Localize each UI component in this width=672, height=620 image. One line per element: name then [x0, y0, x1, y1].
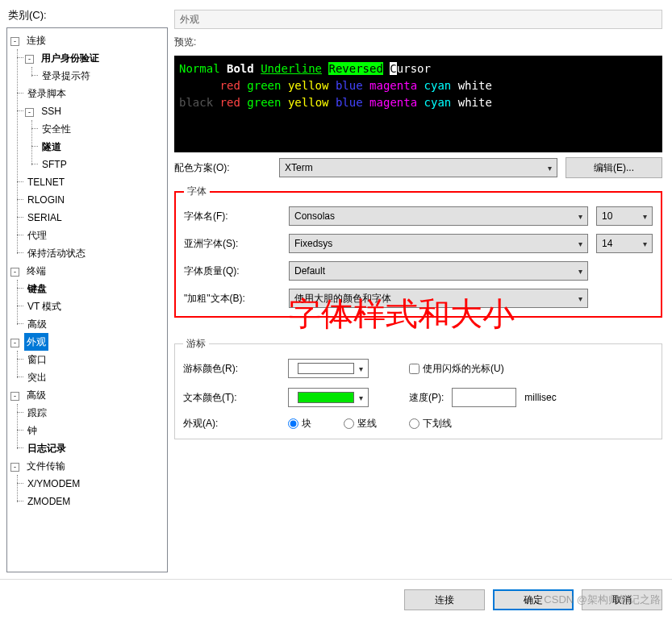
- chevron-down-icon: ▾: [578, 212, 582, 221]
- shape-block-label: 块: [302, 417, 311, 431]
- boldtext-label: "加粗"文本(B):: [184, 292, 281, 306]
- asianfontsize-combo[interactable]: 14 ▾: [596, 234, 653, 253]
- tree-item-sftp[interactable]: SFTP: [40, 156, 69, 173]
- chevron-down-icon: ▾: [548, 164, 552, 173]
- tree-item-filetransfer[interactable]: 文件传输: [24, 457, 68, 475]
- scheme-combo[interactable]: XTerm ▾: [279, 158, 557, 177]
- tree-toggle-userauth[interactable]: -: [25, 55, 34, 64]
- tree-item-telnet[interactable]: TELNET: [25, 173, 67, 191]
- fontname-label: 字体名(F):: [184, 210, 281, 223]
- preview-bold: Bold: [227, 62, 254, 75]
- preview-cursor-c: C: [390, 62, 396, 75]
- tree-item-logging[interactable]: 日志记录: [25, 439, 69, 457]
- tree-item-bell[interactable]: 钟: [25, 422, 40, 439]
- preview-l3-blue: blue: [336, 96, 363, 109]
- tree-item-vtmode[interactable]: VT 模式: [25, 298, 64, 315]
- fontsize-combo[interactable]: 10 ▾: [596, 206, 653, 226]
- cancel-button[interactable]: 取消: [582, 589, 662, 610]
- tree-item-xymodem[interactable]: X/YMODEM: [25, 475, 82, 493]
- tree-item-window[interactable]: 窗口: [25, 351, 49, 368]
- tree-item-trace[interactable]: 跟踪: [25, 404, 49, 422]
- tree-item-highlight[interactable]: 突出: [25, 368, 49, 386]
- tree-item-security[interactable]: 安全性: [40, 120, 73, 138]
- chevron-down-icon: ▾: [359, 393, 363, 402]
- preview-l2-white: white: [458, 79, 492, 92]
- preview-l2-yellow: yellow: [288, 79, 329, 92]
- preview-l3-yellow: yellow: [288, 96, 329, 109]
- tree-toggle-terminal[interactable]: -: [10, 268, 19, 277]
- preview-l2-cyan: cyan: [424, 79, 452, 92]
- tree-item-rlogin[interactable]: RLOGIN: [25, 191, 67, 209]
- blink-checkbox[interactable]: 使用闪烁的光标(U): [409, 362, 504, 376]
- preview-l2-red: red: [220, 79, 240, 92]
- boldtext-combo[interactable]: 使用大胆的颜色和字体 ▾: [289, 289, 588, 308]
- tree-item-connection[interactable]: 连接: [24, 31, 48, 49]
- preview-l2-blue: blue: [336, 79, 363, 92]
- fontname-combo[interactable]: Consolas ▾: [289, 206, 588, 226]
- chevron-down-icon: ▾: [578, 267, 582, 276]
- tree-toggle-connection[interactable]: -: [10, 37, 19, 46]
- shape-underline-input[interactable]: [409, 418, 419, 429]
- preview-underline: Underline: [261, 62, 322, 75]
- preview-l3-white: white: [458, 96, 492, 109]
- footer: 连接 确定 取消 CSDN @架构师笔记之路: [0, 579, 672, 620]
- cursor-group: 游标 游标颜色(R): ▾ 使用闪烁的光标(U): [174, 337, 662, 439]
- edit-scheme-button[interactable]: 编辑(E)...: [566, 157, 662, 178]
- textcolor-picker[interactable]: ▾: [288, 388, 369, 407]
- chevron-down-icon: ▾: [643, 239, 647, 248]
- shape-block-radio[interactable]: 块: [288, 417, 311, 431]
- speed-unit: millisec: [524, 392, 556, 403]
- cursorcolor-picker[interactable]: ▾: [288, 359, 369, 378]
- cursorcolor-label: 游标颜色(R):: [183, 362, 280, 376]
- tree-item-advanced[interactable]: 高级: [25, 315, 49, 333]
- preview-l3-cyan: cyan: [424, 96, 452, 109]
- asianfont-combo[interactable]: Fixedsys ▾: [289, 234, 588, 253]
- shape-vertical-input[interactable]: [344, 418, 354, 429]
- preview-l3-green: green: [247, 96, 281, 109]
- tree-item-keepalive[interactable]: 保持活动状态: [25, 244, 88, 262]
- tree-item-terminal[interactable]: 终端: [24, 262, 48, 280]
- category-tree[interactable]: - 连接 - 用户身份验证 登录提示符 登录脚本: [6, 27, 168, 572]
- shape-label: 外观(A):: [183, 417, 280, 431]
- tree-toggle-ssh[interactable]: -: [25, 108, 34, 117]
- chevron-down-icon: ▾: [359, 364, 363, 373]
- asianfontsize-value: 14: [602, 238, 612, 249]
- tree-item-tunnel[interactable]: 隧道: [40, 138, 64, 156]
- fontsize-value: 10: [602, 210, 612, 222]
- preview-normal: Normal: [179, 62, 220, 75]
- section-header-input[interactable]: [174, 10, 662, 29]
- speed-label: 速度(P):: [409, 391, 444, 405]
- chevron-down-icon: ▾: [578, 294, 582, 303]
- tree-item-zmodem[interactable]: ZMODEM: [25, 493, 73, 510]
- ok-button[interactable]: 确定: [493, 589, 574, 610]
- asianfont-value: Fixedsys: [294, 238, 332, 249]
- tree-item-login-prompt[interactable]: 登录提示符: [40, 67, 93, 85]
- connect-button[interactable]: 连接: [404, 589, 485, 610]
- speed-input[interactable]: [452, 388, 516, 407]
- preview-l2-magenta: magenta: [369, 79, 417, 92]
- shape-vertical-label: 竖线: [357, 417, 377, 431]
- tree-item-proxy[interactable]: 代理: [25, 227, 49, 244]
- chevron-down-icon: ▾: [643, 212, 647, 221]
- tree-item-advanced2[interactable]: 高级: [24, 386, 48, 404]
- fontquality-combo[interactable]: Default ▾: [289, 261, 588, 281]
- preview-l3-red: red: [220, 96, 240, 109]
- fontname-value: Consolas: [294, 210, 335, 222]
- tree-item-login-script[interactable]: 登录脚本: [25, 85, 69, 102]
- tree-item-userauth[interactable]: 用户身份验证: [39, 49, 102, 67]
- shape-block-input[interactable]: [288, 418, 298, 429]
- tree-toggle-appearance[interactable]: -: [10, 339, 19, 347]
- tree-item-serial[interactable]: SERIAL: [25, 209, 65, 227]
- tree-item-ssh[interactable]: SSH: [39, 102, 64, 120]
- preview-l3-black: black: [179, 96, 213, 109]
- tree-toggle-advanced2[interactable]: -: [10, 392, 19, 401]
- asianfont-label: 亚洲字体(S):: [184, 237, 281, 251]
- blink-checkbox-input[interactable]: [409, 364, 419, 374]
- cursorcolor-swatch: [298, 363, 354, 374]
- shape-vertical-radio[interactable]: 竖线: [344, 417, 377, 431]
- shape-underline-label: 下划线: [423, 417, 452, 431]
- tree-item-appearance[interactable]: 外观: [24, 333, 48, 351]
- shape-underline-radio[interactable]: 下划线: [409, 417, 452, 431]
- tree-item-keyboard[interactable]: 键盘: [25, 280, 49, 298]
- tree-toggle-filetransfer[interactable]: -: [10, 463, 19, 472]
